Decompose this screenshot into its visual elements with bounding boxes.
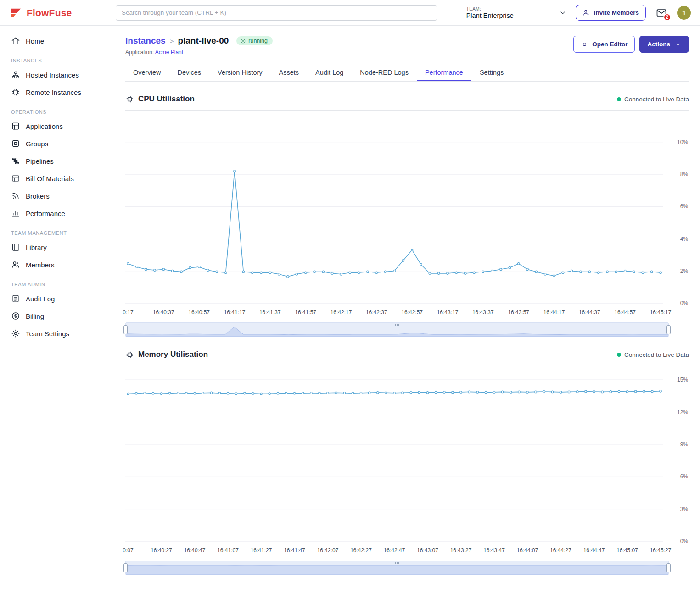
memory-chart-title: Memory Utilisation <box>138 350 208 359</box>
sidebar-item-label: Groups <box>26 140 48 148</box>
team-name: Plant Enterprise <box>466 12 514 19</box>
svg-text:6%: 6% <box>680 473 689 480</box>
sidebar: HomeINSTANCESHosted InstancesRemote Inst… <box>0 26 114 605</box>
memory-live-label: Connected to Live Data <box>624 351 689 358</box>
cpu-chart-title: CPU Utilisation <box>138 94 195 104</box>
sidebar-item-label: Library <box>26 244 47 251</box>
svg-text:16:44:57: 16:44:57 <box>614 309 636 316</box>
tab-settings[interactable]: Settings <box>472 64 511 81</box>
svg-text:16:44:27: 16:44:27 <box>550 547 571 554</box>
cpu-icon <box>125 95 134 104</box>
tab-node-red-logs[interactable]: Node-RED Logs <box>352 64 416 81</box>
memory-navigator-left-handle[interactable] <box>123 563 128 572</box>
svg-text:16:42:17: 16:42:17 <box>330 309 352 316</box>
brand-home-link[interactable]: FlowFuse <box>9 6 116 20</box>
flowfuse-logo-icon <box>9 6 23 20</box>
svg-text:16:44:37: 16:44:37 <box>579 309 600 316</box>
memory-navigator[interactable] <box>125 561 669 575</box>
tab-performance[interactable]: Performance <box>417 64 471 81</box>
brand-name: FlowFuse <box>27 7 72 18</box>
memory-chart-section: Memory Utilisation Connected to Live Dat… <box>125 345 689 575</box>
running-icon <box>240 38 246 44</box>
application-link[interactable]: Acme Plant <box>155 49 183 56</box>
invite-members-button[interactable]: Invite Members <box>576 5 646 21</box>
breadcrumb-instances-link[interactable]: Instances <box>125 36 166 46</box>
team-search-input[interactable] <box>116 5 437 21</box>
tab-assets[interactable]: Assets <box>271 64 307 81</box>
sidebar-item-label: Hosted Instances <box>26 71 79 79</box>
team-selector[interactable]: TEAM: Plant Enterprise <box>466 6 566 19</box>
sidebar-item-hosted-instances[interactable]: Hosted Instances <box>0 66 114 83</box>
live-dot-icon <box>617 97 621 101</box>
sidebar-item-performance[interactable]: Performance <box>0 205 114 222</box>
sidebar-item-label: Team Settings <box>26 330 69 338</box>
svg-text:16:43:57: 16:43:57 <box>508 309 529 316</box>
svg-text:16:42:37: 16:42:37 <box>366 309 387 316</box>
memory-navigator-grip[interactable] <box>395 562 399 564</box>
svg-text:16:40:57: 16:40:57 <box>188 309 210 316</box>
svg-text:16:43:17: 16:43:17 <box>437 309 459 316</box>
svg-text:3%: 3% <box>680 506 689 512</box>
chevron-down-icon <box>675 41 681 48</box>
sidebar-item-members[interactable]: Members <box>0 256 114 273</box>
sidebar-section-title-team-admin: TEAM ADMIN <box>0 273 114 290</box>
sidebar-item-label: Performance <box>26 210 65 217</box>
sidebar-section-title-operations: OPERATIONS <box>0 101 114 117</box>
library-icon <box>11 243 20 252</box>
tab-devices[interactable]: Devices <box>169 64 209 81</box>
svg-text:16:41:47: 16:41:47 <box>284 547 305 554</box>
cpu-navigator-left-handle[interactable] <box>123 325 128 334</box>
topbar-right: TEAM: Plant Enterprise Invite Members 2 … <box>466 5 691 21</box>
svg-text:16:42:27: 16:42:27 <box>350 547 372 554</box>
memory-icon <box>125 350 134 359</box>
cpu-navigator-grip[interactable] <box>395 324 399 326</box>
notification-badge: 2 <box>663 13 671 21</box>
user-avatar[interactable]: fl <box>677 6 691 20</box>
sidebar-item-label: Bill Of Materials <box>26 175 74 183</box>
memory-navigator-right-handle[interactable] <box>666 563 671 572</box>
sidebar-item-billing[interactable]: Billing <box>0 307 114 325</box>
cpu-navigator-right-handle[interactable] <box>666 325 671 334</box>
sidebar-item-label: Billing <box>26 312 44 320</box>
sidebar-item-label: Home <box>26 37 44 45</box>
svg-text:16:43:27: 16:43:27 <box>450 547 472 554</box>
svg-text:2%: 2% <box>680 268 689 274</box>
svg-text:8%: 8% <box>680 171 689 178</box>
sidebar-item-label: Audit Log <box>26 295 55 303</box>
status-badge: running <box>236 36 273 45</box>
sidebar-item-remote-instances[interactable]: Remote Instances <box>0 83 114 101</box>
svg-text:16:44:17: 16:44:17 <box>543 309 565 316</box>
notifications-button[interactable]: 2 <box>655 7 668 18</box>
svg-text:0%: 0% <box>680 300 689 306</box>
sidebar-item-applications[interactable]: Applications <box>0 117 114 135</box>
tab-version-history[interactable]: Version History <box>210 64 270 81</box>
svg-text:16:42:07: 16:42:07 <box>317 547 339 554</box>
sidebar-item-pipelines[interactable]: Pipelines <box>0 152 114 170</box>
tab-audit-log[interactable]: Audit Log <box>308 64 351 81</box>
groups-icon <box>11 139 20 148</box>
cpu-chart-section: CPU Utilisation Connected to Live Data 0… <box>125 90 689 337</box>
chevron-down-icon <box>559 9 566 17</box>
sidebar-item-team-settings[interactable]: Team Settings <box>0 325 114 342</box>
person-plus-icon <box>582 9 590 17</box>
sidebar-item-home[interactable]: Home <box>0 32 114 50</box>
actions-button[interactable]: Actions <box>639 36 689 53</box>
sidebar-item-library[interactable]: Library <box>0 239 114 256</box>
memory-line-chart: 0%3%6%9%12%15%0:0716:40:2716:40:4716:41:… <box>125 367 689 556</box>
sidebar-item-label: Pipelines <box>26 157 54 165</box>
bom-icon <box>11 174 20 183</box>
main-content: Instances > plant-live-00 running Applic… <box>114 26 700 605</box>
status-badge-label: running <box>248 38 268 44</box>
sidebar-item-brokers[interactable]: Brokers <box>0 187 114 205</box>
tab-overview[interactable]: Overview <box>125 64 168 81</box>
svg-text:12%: 12% <box>677 409 688 416</box>
sidebar-item-audit-log[interactable]: Audit Log <box>0 290 114 307</box>
svg-text:16:40:37: 16:40:37 <box>153 309 174 316</box>
sidebar-item-groups[interactable]: Groups <box>0 135 114 152</box>
open-editor-button[interactable]: Open Editor <box>573 36 635 53</box>
cpu-navigator[interactable] <box>125 322 669 337</box>
team-label: TEAM: <box>466 6 514 11</box>
sidebar-item-label: Applications <box>26 122 63 130</box>
sidebar-item-bill-of-materials[interactable]: Bill Of Materials <box>0 170 114 187</box>
page-actions: Open Editor Actions <box>573 36 689 53</box>
